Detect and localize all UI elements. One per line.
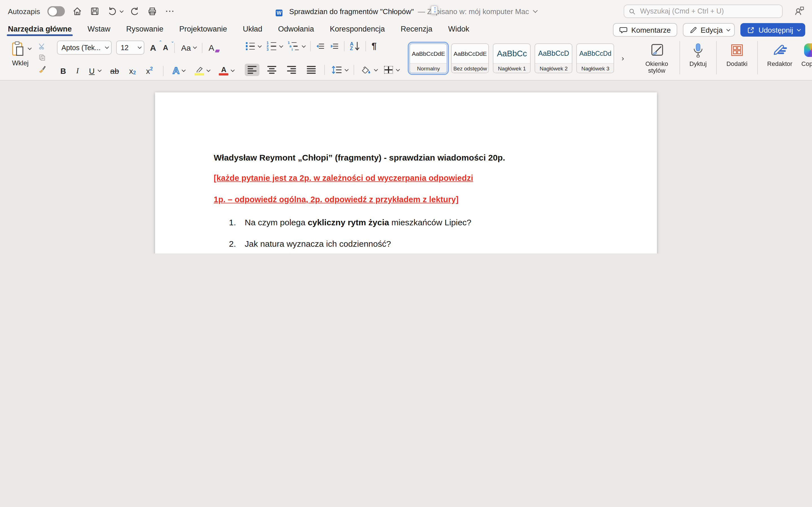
document-page[interactable]: Władysław Reymont „Chłopi” (fragmenty) -… [155, 93, 657, 253]
editing-label: Edycja [701, 25, 723, 34]
subscript-button[interactable]: x2 [128, 66, 137, 76]
autosave-toggle[interactable] [47, 6, 65, 16]
shading-chevron-icon [374, 67, 378, 71]
word-file-icon: W [276, 6, 285, 17]
paste-button[interactable]: Wklej [7, 40, 34, 76]
highlighter-icon [195, 66, 204, 72]
numbering-icon: 1 2 3 [266, 41, 276, 51]
highlight-color-bar [195, 73, 204, 75]
align-center-button[interactable] [264, 64, 279, 76]
highlight-button[interactable] [193, 66, 210, 76]
print-icon[interactable] [147, 6, 157, 16]
tab-narzedzia-glowne[interactable]: Narzędzia główne [7, 25, 72, 38]
title-dropdown-chevron-icon[interactable] [533, 8, 538, 13]
underline-button[interactable]: U [88, 66, 101, 75]
clear-formatting-button[interactable]: A [207, 43, 215, 52]
copilot-icon [804, 43, 812, 57]
align-left-button[interactable] [245, 64, 259, 76]
sort-button[interactable]: AZ [349, 41, 361, 51]
font-name-combo[interactable]: Aptos (Tek... [57, 41, 112, 55]
grow-font-button[interactable]: Aˆ [149, 43, 157, 52]
scoring-note-line-1: [każde pytanie jest za 2p. w zależności … [214, 173, 473, 182]
add-ins-label: Dodatki [726, 60, 748, 67]
tab-projektowanie[interactable]: Projektowanie [179, 25, 228, 38]
borders-button[interactable] [383, 65, 400, 74]
dictate-button[interactable]: Dyktuj [685, 39, 711, 76]
format-painter-icon[interactable] [37, 64, 47, 73]
numbering-button[interactable]: 1 2 3 [265, 41, 283, 52]
sort-arrow-icon [355, 42, 360, 51]
copy-icon[interactable] [37, 53, 47, 62]
shrink-font-button[interactable]: Aˇ [162, 43, 169, 52]
copilot-button[interactable]: Copilot [797, 39, 812, 76]
more-commands-icon[interactable] [164, 6, 174, 16]
cut-icon[interactable] [37, 42, 47, 51]
editor-button[interactable]: Redaktor [763, 39, 797, 76]
redo-icon[interactable] [130, 6, 140, 16]
clipboard-small-buttons [37, 40, 47, 76]
bold-button[interactable]: B [59, 66, 67, 75]
text-effects-button[interactable]: A [171, 65, 186, 76]
comment-icon [619, 25, 628, 34]
font-group: Aptos (Tek... 12 Aˆ Aˇ Aa A B I U ab [57, 39, 235, 76]
italic-button[interactable]: I [75, 66, 80, 75]
undo-icon[interactable] [107, 6, 117, 16]
tab-korespondencja[interactable]: Korespondencja [329, 25, 386, 38]
pencil-icon [689, 25, 697, 34]
font-color-bar [219, 73, 229, 75]
styles-pane-button[interactable]: Okienko stylów [639, 39, 674, 76]
styles-gallery-more-icon[interactable]: › [622, 54, 624, 62]
comments-button[interactable]: Komentarze [613, 23, 677, 37]
question-text: Na czym polega cykliczny rytm życia mies… [245, 217, 471, 228]
copilot-label: Copilot [801, 60, 812, 67]
document-title-area[interactable]: W Sprawdzian do fragmentów "Chłopów" — Z… [276, 0, 536, 22]
search-box[interactable] [624, 4, 783, 18]
paste-chevron-icon [28, 46, 31, 50]
align-right-button[interactable] [284, 64, 299, 76]
tools-divider [716, 41, 717, 74]
style-naglowek-1[interactable]: AaBbCc Nagłówek 1 [493, 43, 531, 73]
share-button[interactable]: Udostępnij [741, 23, 805, 37]
multilevel-list-button[interactable]: 1 a i [287, 41, 305, 52]
search-input[interactable] [639, 7, 777, 16]
document-canvas: Władysław Reymont „Chłopi” (fragmenty) -… [0, 80, 812, 253]
line-spacing-button[interactable] [331, 65, 348, 74]
tab-rysowanie[interactable]: Rysowanie [126, 25, 164, 38]
share-icon [747, 25, 755, 34]
superscript-button[interactable]: x2 [145, 65, 154, 76]
shading-button[interactable] [360, 65, 378, 75]
justify-button[interactable] [304, 64, 319, 76]
save-icon[interactable] [90, 6, 100, 16]
change-case-button[interactable]: Aa [180, 43, 197, 52]
tab-uklad[interactable]: Układ [242, 25, 263, 38]
tab-widok[interactable]: Widok [448, 25, 470, 38]
increase-indent-icon[interactable] [329, 42, 339, 50]
add-ins-button[interactable]: Dodatki [722, 39, 752, 76]
font-size-combo[interactable]: 12 [116, 41, 144, 55]
font-color-button[interactable]: A [218, 66, 235, 76]
share-label: Udostępnij [758, 25, 793, 34]
title-bar: Autozapis W Sprawdzian do fragmentów "Ch… [0, 0, 812, 22]
home-icon[interactable] [72, 6, 82, 16]
style-normalny[interactable]: AaBbCcDdE Normalny [410, 43, 448, 73]
decrease-indent-icon[interactable] [315, 42, 325, 50]
style-naglowek-2[interactable]: AaBbCcD Nagłówek 2 [535, 43, 573, 73]
editing-mode-button[interactable]: Edycja [682, 23, 735, 37]
align-center-icon [267, 66, 276, 74]
tab-recenzja[interactable]: Recenzja [400, 25, 433, 38]
show-formatting-marks-button[interactable]: ¶ [370, 41, 378, 52]
style-naglowek-3[interactable]: AaBbCcDd Nagłówek 3 [576, 43, 614, 73]
line-spacing-icon [332, 66, 342, 74]
question-item: 2.Jak natura wyznacza ich codzienność? [229, 238, 601, 249]
tab-odwolania[interactable]: Odwołania [277, 25, 315, 38]
style-bez-odstepow[interactable]: AaBbCcDdE Bez odstępów [451, 43, 489, 73]
font-color-chevron-icon [231, 68, 235, 72]
feedback-person-icon[interactable] [794, 5, 805, 16]
question-number: 1. [229, 217, 245, 228]
strikethrough-button[interactable]: ab [109, 66, 120, 75]
undo-dropdown-chevron-icon[interactable] [120, 9, 123, 12]
tab-wstaw[interactable]: Wstaw [87, 25, 111, 38]
microphone-icon [692, 43, 704, 57]
question-number: 2. [229, 238, 245, 249]
bullets-button[interactable] [245, 42, 261, 51]
